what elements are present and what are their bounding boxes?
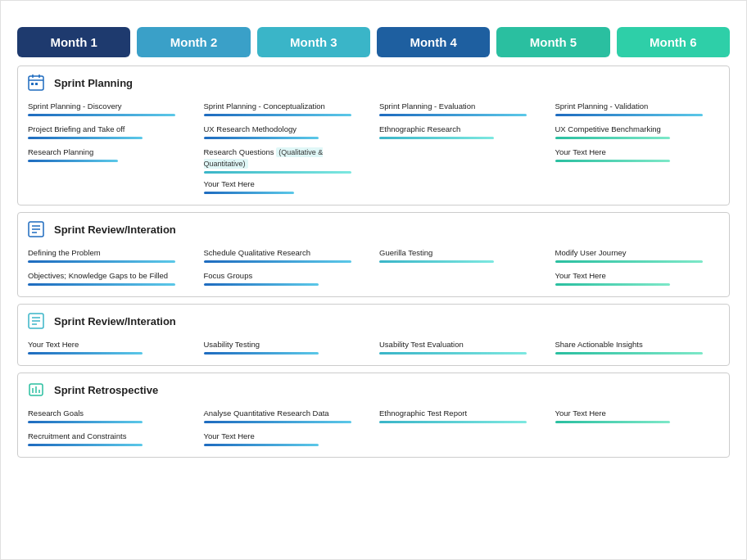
cell-r0-c0: Research Goals [25, 406, 196, 429]
cell-text-r0-c3: Your Text Here [555, 408, 720, 418]
section-row-2: Research PlanningResearch Questions (Qua… [25, 145, 722, 177]
section-row-1: Project Briefing and Take offUX Research… [25, 122, 722, 145]
cell-bar-r1-c2 [379, 137, 494, 139]
cell-bar-r1-c1 [204, 137, 319, 139]
month-btn-3[interactable]: Month 3 [257, 27, 370, 57]
cell-r2-c3: Your Text Here [552, 145, 723, 177]
cell-r0-c0: Sprint Planning - Discovery [25, 99, 196, 122]
cell-r2-c1: Research Questions (Qualitative & Quanti… [201, 145, 372, 177]
section-row-0: Defining the ProblemSchedule Qualitative… [25, 246, 722, 269]
calendar-icon [25, 71, 48, 94]
cell-bar-r2-c0 [28, 160, 118, 162]
cell-r0-c2: Usability Test Evaluation [376, 337, 547, 360]
section-sprint-review-2: Sprint Review/InterationYour Text HereUs… [17, 304, 730, 366]
cell-text-r0-c0: Defining the Problem [28, 247, 192, 258]
section-header-sprint-retrospective: Sprint Retrospective [25, 378, 722, 401]
cell-text-r0-c3: Modify User Journey [555, 247, 720, 258]
cell-text-r1-c3: Your Text Here [555, 270, 720, 281]
cell-text-r2-c0: Research Planning [28, 147, 192, 157]
review-icon [25, 218, 48, 241]
cell-bar-r0-c0 [28, 260, 175, 263]
month-btn-5[interactable]: Month 5 [496, 27, 609, 57]
cell-r1-c1: Your Text Here [201, 429, 372, 452]
cell-r0-c1: Usability Testing [201, 337, 372, 360]
cell-text-r1-c0: Objectives; Knowledge Gaps to be Filled [28, 270, 192, 281]
section-row-0: Research GoalsAnalyse Quantitative Resea… [25, 406, 722, 429]
section-row-3: Your Text Here [25, 177, 722, 200]
cell-text-r1-c3: UX Competitive Benchmarking [555, 124, 720, 134]
cell-bar-r2-c3 [555, 160, 670, 162]
month-btn-1[interactable]: Month 1 [17, 27, 130, 57]
cell-bar-r0-c3 [555, 114, 703, 116]
cell-r1-c3: UX Competitive Benchmarking [552, 122, 723, 145]
cell-r0-c3: Sprint Planning - Validation [552, 99, 723, 122]
cell-r0-c1: Sprint Planning - Conceptualization [201, 99, 372, 122]
cell-bar-r0-c0 [28, 352, 143, 355]
cell-bar-r0-c3 [555, 421, 670, 423]
cell-bar-r0-c1 [204, 421, 351, 423]
month-btn-4[interactable]: Month 4 [377, 27, 490, 57]
cell-bar-r1-c3 [555, 283, 670, 286]
cell-r1-c3 [552, 429, 723, 452]
cell-text-r0-c2: Sprint Planning - Evaluation [379, 101, 544, 111]
cell-bar-r1-c1 [204, 283, 319, 286]
cell-text-r3-c1: Your Text Here [204, 178, 369, 189]
section-title-sprint-review-1: Sprint Review/Interation [54, 224, 176, 236]
cell-r3-c1: Your Text Here [201, 177, 372, 200]
cell-text-r0-c3: Share Actionable Insights [555, 339, 720, 350]
cell-r1-c1: UX Research Methodology [201, 122, 372, 145]
section-title-sprint-retrospective: Sprint Retrospective [54, 384, 158, 396]
cell-r1-c0: Objectives; Knowledge Gaps to be Filled [25, 269, 196, 291]
cell-r2-c2 [376, 145, 547, 177]
cell-r0-c3: Modify User Journey [552, 246, 723, 269]
section-header-sprint-review-2: Sprint Review/Interation [25, 309, 722, 332]
cell-r0-c2: Ethnographic Test Report [376, 406, 547, 429]
section-row-0: Your Text HereUsability TestingUsability… [25, 337, 722, 360]
cell-text-r0-c2: Usability Test Evaluation [379, 339, 544, 350]
cell-text-r0-c1: Usability Testing [204, 339, 369, 350]
section-sprint-review-1: Sprint Review/InterationDefining the Pro… [17, 212, 730, 297]
section-row-1: Recruitment and ConstraintsYour Text Her… [25, 429, 722, 452]
cell-r0-c2: Sprint Planning - Evaluation [376, 99, 547, 122]
cell-text-r1-c0: Project Briefing and Take off [28, 124, 192, 134]
svg-rect-5 [35, 83, 38, 85]
cell-r0-c0: Your Text Here [25, 337, 196, 360]
cell-text-r2-c3: Your Text Here [555, 147, 720, 157]
cell-text-r0-c0: Research Goals [28, 408, 192, 418]
section-row-1: Objectives; Knowledge Gaps to be FilledF… [25, 269, 722, 291]
cell-r1-c2 [376, 269, 547, 291]
cell-text-r0-c3: Sprint Planning - Validation [555, 101, 720, 111]
month-btn-2[interactable]: Month 2 [137, 27, 250, 57]
cell-bar-r1-c1 [204, 444, 319, 446]
cell-r0-c2: Guerilla Testing [376, 246, 547, 269]
cell-text-r1-c0: Recruitment and Constraints [28, 431, 192, 441]
cell-text-r1-c1: Your Text Here [204, 431, 369, 441]
month-btn-6[interactable]: Month 6 [617, 27, 730, 57]
section-sprint-planning: Sprint PlanningSprint Planning - Discove… [17, 65, 730, 205]
cell-r1-c2: Ethnographic Research [376, 122, 547, 145]
cell-bar-r1-c0 [28, 444, 143, 446]
retro-icon [25, 378, 48, 401]
cell-bar-r0-c2 [379, 114, 527, 116]
cell-r0-c1: Schedule Qualitative Research [201, 246, 372, 269]
section-row-0: Sprint Planning - DiscoverySprint Planni… [25, 99, 722, 122]
section-title-sprint-planning: Sprint Planning [54, 77, 133, 89]
cell-bar-r0-c2 [379, 352, 527, 355]
cell-bar-r0-c1 [204, 260, 351, 263]
cell-r0-c3: Share Actionable Insights [552, 337, 723, 360]
cell-r0-c1: Analyse Quantitative Research Data [201, 406, 372, 429]
section-sprint-retrospective: Sprint RetrospectiveResearch GoalsAnalys… [17, 373, 730, 458]
cell-r3-c2 [376, 177, 547, 200]
cell-bar-r0-c3 [555, 260, 703, 263]
cell-bar-r1-c0 [28, 283, 175, 286]
cell-bar-r2-c1 [204, 171, 351, 174]
cell-r3-c0 [25, 177, 196, 200]
svg-rect-4 [31, 83, 34, 85]
cell-text-r0-c2: Guerilla Testing [379, 247, 544, 258]
cell-text-r0-c0: Sprint Planning - Discovery [28, 101, 192, 111]
cell-text-r2-c1: Research Questions (Qualitative & Quanti… [204, 147, 369, 169]
cell-text-r0-c2: Ethnographic Test Report [379, 408, 544, 418]
cell-r1-c2 [376, 429, 547, 452]
cell-r0-c0: Defining the Problem [25, 246, 196, 269]
cell-bar-r0-c0 [28, 421, 143, 423]
